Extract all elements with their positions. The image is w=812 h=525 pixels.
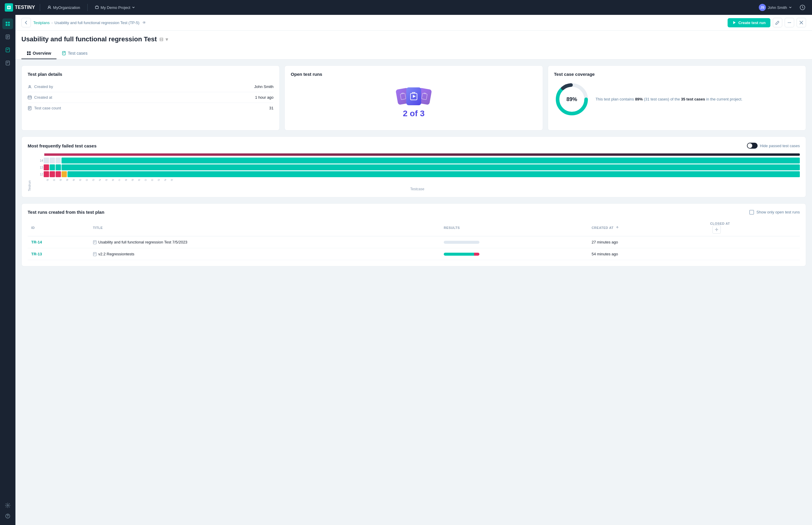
- row-13-cells: [44, 164, 800, 170]
- chart-title: Most frequently failed test cases: [28, 143, 96, 148]
- nav-divider-2: [87, 4, 88, 11]
- toggle-label: Hide passed test cases: [760, 144, 800, 148]
- page-title-container: Usability and full functional regression…: [21, 35, 806, 43]
- more-icon: [787, 20, 792, 25]
- x-label: t3: [90, 179, 96, 182]
- cell: [50, 158, 55, 164]
- user-menu[interactable]: JS John Smith: [756, 3, 794, 12]
- x-label: t3: [156, 179, 162, 182]
- toggle-container: Hide passed test cases: [747, 143, 800, 149]
- org-nav-item[interactable]: MyOrganization: [45, 4, 82, 11]
- svg-rect-20: [27, 54, 29, 55]
- overview-tab-icon: [27, 51, 31, 55]
- tr-13-results-bar: [444, 253, 479, 256]
- row-12-cells: [44, 171, 800, 177]
- project-chevron-icon: [132, 6, 135, 9]
- cell-red: [44, 164, 49, 170]
- back-button[interactable]: [21, 18, 31, 27]
- svg-point-23: [29, 85, 31, 87]
- x-label: t7: [117, 179, 123, 182]
- created-by-row: Created by John Smith: [28, 81, 273, 92]
- chart-row-13: 13: [35, 164, 800, 170]
- show-open-checkbox[interactable]: [749, 210, 754, 215]
- left-sidebar: [0, 15, 15, 525]
- cell: [50, 164, 55, 170]
- cell: [56, 158, 61, 164]
- svg-point-1: [48, 6, 50, 8]
- svg-rect-4: [6, 22, 7, 24]
- svg-point-13: [7, 517, 8, 518]
- created-at-value: 1 hour ago: [255, 95, 273, 100]
- breadcrumb-bar: Testplans › Usability and full functiona…: [15, 15, 812, 31]
- tr-13-title: v2.2 Regressiontests: [98, 252, 134, 256]
- test-case-count-value: 31: [269, 106, 273, 110]
- table-title: Test runs created from this test plan: [28, 210, 104, 215]
- hide-passed-toggle[interactable]: [747, 143, 757, 149]
- x-label: t6: [71, 179, 77, 182]
- tab-overview[interactable]: Overview: [21, 48, 57, 59]
- edit-button[interactable]: [773, 18, 782, 27]
- svg-point-17: [790, 22, 791, 23]
- cell: [56, 164, 61, 170]
- breadcrumb-parent[interactable]: Testplans: [33, 20, 50, 25]
- svg-point-33: [716, 229, 717, 230]
- sidebar-icon-help[interactable]: [2, 511, 13, 522]
- sidebar-icon-dashboard[interactable]: [2, 18, 13, 29]
- sidebar-icon-testplans[interactable]: [2, 58, 13, 69]
- tab-test-cases[interactable]: Test cases: [57, 48, 93, 59]
- tr-14-link[interactable]: TR-14: [31, 240, 42, 244]
- show-open-checkbox-container: Show only open test runs: [749, 210, 800, 215]
- sort-icon[interactable]: [616, 226, 619, 229]
- testcases-tab-icon: [62, 51, 66, 55]
- cell-teal-wide: [62, 164, 800, 170]
- tr-14-results-bar: [444, 241, 479, 244]
- project-nav-item[interactable]: My Demo Project: [92, 4, 138, 11]
- col-id: ID: [28, 220, 90, 236]
- project-label: My Demo Project: [101, 5, 131, 10]
- tr-14-title: Usability and full functional regression…: [98, 240, 187, 244]
- eye-icon: 👁: [142, 20, 146, 25]
- document-icon-2: [93, 252, 96, 256]
- svg-rect-21: [29, 54, 31, 55]
- project-icon: [95, 5, 99, 10]
- sidebar-icon-requirements[interactable]: [2, 31, 13, 42]
- tab-test-cases-label: Test cases: [68, 51, 87, 56]
- sidebar-icon-testcases[interactable]: [2, 45, 13, 55]
- create-test-run-label: Create test run: [738, 20, 766, 25]
- open-runs-content: 2 of 3: [291, 81, 536, 124]
- svg-point-11: [7, 505, 8, 506]
- create-test-run-button[interactable]: Create test run: [727, 18, 770, 27]
- donut-chart: 89%: [554, 81, 590, 117]
- main-content: Testplans › Usability and full functiona…: [15, 15, 812, 525]
- more-button[interactable]: [785, 18, 794, 27]
- user-avatar: JS: [759, 4, 766, 11]
- user-icon: [28, 85, 32, 89]
- tr-13-link[interactable]: TR-13: [31, 252, 42, 256]
- sidebar-icon-settings[interactable]: [2, 500, 13, 511]
- close-button[interactable]: [797, 18, 806, 27]
- app-body: Testplans › Usability and full functiona…: [0, 15, 812, 525]
- svg-marker-28: [413, 95, 416, 98]
- test-runs-table: ID TITLE RESULTS CREATED AT: [28, 220, 800, 260]
- play-icon: [732, 20, 736, 25]
- x-label: t5: [169, 179, 175, 182]
- svg-rect-18: [27, 51, 29, 53]
- x-label: t5: [104, 179, 110, 182]
- org-icon: [47, 5, 51, 10]
- column-settings-button[interactable]: [713, 225, 721, 234]
- breadcrumb: Testplans › Usability and full functiona…: [33, 20, 146, 25]
- app-logo[interactable]: TESTINY: [5, 3, 35, 12]
- chevron-down-icon[interactable]: ▾: [166, 36, 168, 42]
- run-icon-center: [406, 87, 421, 105]
- x-label: t5: [45, 179, 51, 182]
- chart-content: Testrun 14: [28, 153, 800, 191]
- show-open-label: Show only open test runs: [756, 210, 800, 214]
- svg-rect-7: [8, 24, 10, 26]
- notifications-icon[interactable]: [798, 3, 807, 12]
- x-label: t2: [51, 179, 57, 182]
- svg-point-16: [789, 22, 790, 23]
- svg-rect-2: [95, 6, 98, 9]
- copy-icon[interactable]: ⊟: [159, 36, 163, 42]
- test-case-count-row: Test case count 31: [28, 103, 273, 113]
- x-label: t0: [77, 179, 83, 182]
